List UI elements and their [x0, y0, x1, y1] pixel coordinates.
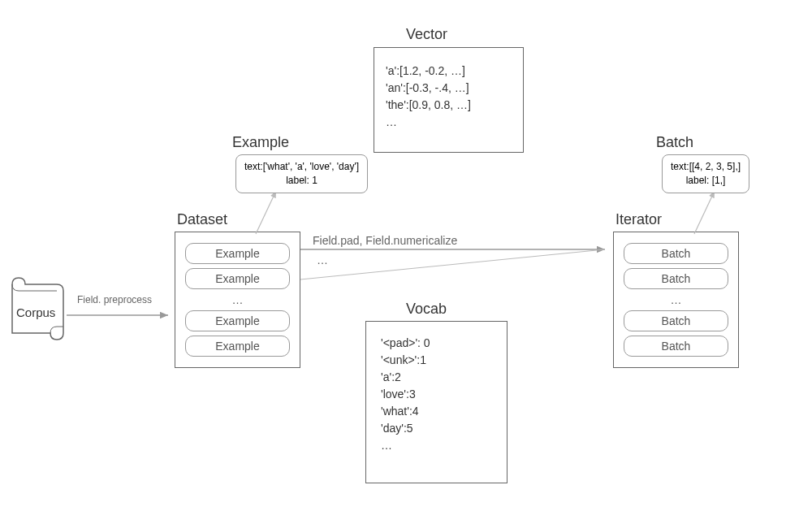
corpus-label: Corpus [16, 305, 55, 319]
arrow-example-detail [252, 187, 284, 236]
corpus-icon: Corpus [8, 276, 65, 345]
dataset-ellipsis: … [182, 293, 293, 306]
iterator-title: Iterator [615, 211, 662, 228]
iterator-batch-item: Batch [624, 336, 728, 357]
example-text-line: text:['what', 'a', 'love', 'day'] [244, 160, 359, 174]
example-label-line: label: 1 [244, 174, 359, 188]
arrow-batch-detail [690, 187, 723, 236]
iterator-batch-item: Batch [624, 268, 728, 289]
pad-ellipsis: … [317, 253, 328, 266]
svg-line-3 [300, 249, 605, 279]
vocab-title: Vocab [406, 301, 447, 318]
svg-line-1 [256, 191, 276, 234]
dataset-title: Dataset [177, 211, 227, 228]
iterator-batch-item: Batch [624, 243, 728, 264]
example-detail-title: Example [232, 134, 289, 151]
vocab-content: '<pad>': 0 '<unk>':1 'a':2 'love':3 'wha… [381, 335, 492, 454]
preprocess-label: Field. preprocess [77, 294, 152, 305]
batch-text-line: text:[[4, 2, 3, 5],] [671, 160, 741, 174]
svg-line-4 [694, 191, 715, 234]
batch-label-line: label: [1,] [671, 174, 741, 188]
dataset-example-item: Example [185, 336, 290, 357]
batch-detail-box: text:[[4, 2, 3, 5],] label: [1,] [662, 154, 749, 193]
vector-box: 'a':[1.2, -0.2, …] 'an':[-0.3, -.4, …] '… [374, 47, 524, 153]
dataset-example-item: Example [185, 243, 290, 264]
vector-content: 'a':[1.2, -0.2, …] 'an':[-0.3, -.4, …] '… [386, 63, 512, 131]
batch-detail-title: Batch [656, 134, 693, 151]
vocab-box: '<pad>': 0 '<unk>':1 'a':2 'love':3 'wha… [365, 321, 508, 483]
iterator-batch-item: Batch [624, 310, 728, 331]
iterator-ellipsis: … [620, 293, 732, 306]
dataset-box: Example Example … Example Example [175, 232, 300, 368]
example-detail-box: text:['what', 'a', 'love', 'day'] label:… [235, 154, 368, 193]
arrow-preprocess [67, 307, 172, 323]
iterator-box: Batch Batch … Batch Batch [613, 232, 739, 368]
dataset-example-item: Example [185, 268, 290, 289]
pad-numericalize-label: Field.pad, Field.numericalize [313, 234, 457, 247]
vector-title: Vector [406, 26, 447, 43]
dataset-example-item: Example [185, 310, 290, 331]
